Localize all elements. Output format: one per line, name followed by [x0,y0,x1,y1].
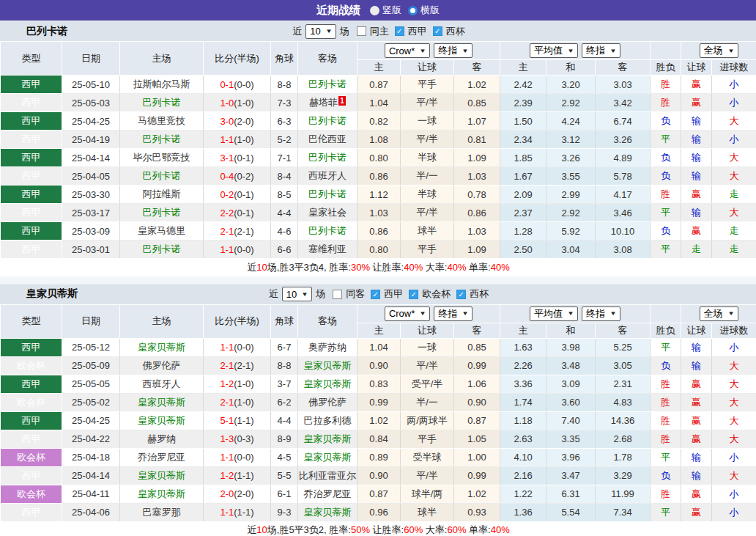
league-checkbox-label[interactable]: 西甲 [408,25,427,38]
corners-cell: 6-1 [271,485,298,503]
date-cell: 25-04-05 [62,167,120,186]
col-home: 主场 [120,42,204,76]
fulltime-score: 5-1 [220,415,234,426]
handicap-home-odds: 0.86 [357,167,401,186]
handicap-home-odds: 0.87 [357,485,401,503]
result-cell: 平 [651,204,681,222]
league-cell: 西甲 [1,503,62,521]
fulltime-select[interactable]: 全场▼ [700,43,738,58]
match-row: 西甲25-05-10拉斯帕尔马斯0-1(0-0)8-8巴列卡诺0.87平手1.0… [1,76,756,94]
league-checkbox-label[interactable]: 西杯 [470,287,489,301]
radio-off-icon[interactable] [370,6,379,15]
col-result: 胜负 [651,323,681,338]
handicap-line: 一球 [401,338,454,356]
avg-draw-odds: 2.92 [546,204,596,222]
avg-home-odds: 2.37 [500,204,546,222]
away-team-name: 皇家社会 [308,207,346,218]
near-count-select[interactable]: 10▼ [282,287,312,301]
corners-cell: 4-6 [271,222,298,241]
radio-vertical[interactable]: 竖版 [370,4,401,17]
date-cell: 25-05-10 [62,76,120,94]
avg-away-odds: 7.34 [596,503,651,521]
avg-draw-odds: 3.47 [546,466,596,485]
col-handicap-away: 客 [454,60,500,76]
final-odds-select-2[interactable]: 终指▼ [582,43,620,58]
away-team: 赫塔菲1 [298,94,357,112]
away-team: 巴列卡诺 [298,186,357,204]
fulltime-select[interactable]: 全场▼ [700,306,738,321]
final-odds-select[interactable]: 终指▼ [434,43,472,58]
average-select[interactable]: 平均值▼ [530,43,578,58]
score-cell: 3-0(2-0) [204,112,271,131]
same-side-checkbox[interactable] [333,290,342,299]
radio-vertical-label[interactable]: 竖版 [382,4,401,17]
chevron-down-icon: ▼ [420,48,427,54]
match-row: 西甲25-05-03巴列卡诺1-0(1-0)7-3赫塔菲11.04平/半0.85… [1,94,756,112]
match-row: 欧会杯25-05-09佛罗伦萨2-1(2-1)8-8皇家贝蒂斯0.90平/半0.… [1,356,756,375]
same-side-label[interactable]: 同主 [370,25,389,38]
avg-draw-odds: 7.40 [546,411,596,430]
match-row: 西甲25-03-01巴列卡诺1-1(0-0)6-6塞维利亚0.80平手1.092… [1,241,756,259]
handicap-result-cell: 赢 [681,375,712,393]
league-checkbox-西甲[interactable]: ✓ [371,290,380,299]
same-side-checkbox[interactable] [357,26,366,36]
match-row: 西甲25-05-05西班牙人1-2(1-0)3-7皇家贝蒂斯0.83受平/半1.… [1,375,756,393]
goals-result-cell: 走 [712,222,756,241]
avg-away-odds: 5.25 [596,338,651,356]
handicap-result-cell: 赢 [681,76,712,94]
avg-away-odds: 6.74 [596,112,651,131]
league-checkbox-西杯[interactable]: ✓ [433,26,442,36]
league-cell: 西甲 [1,112,62,131]
near-count-select[interactable]: 10▼ [305,24,336,39]
date-cell: 25-05-05 [62,375,120,393]
halftime-score: (1-0) [234,397,253,408]
odds-company-select[interactable]: Crow*▼ [385,306,430,321]
page-title: 近期战绩 [316,4,360,18]
handicap-result-cell: 赢 [681,485,712,503]
section-divider [0,276,756,284]
handicap-odds-group: Crow*▼ 终指▼ [357,304,500,323]
league-checkbox-西杯[interactable]: ✓ [456,290,466,299]
league-checkbox-label[interactable]: 西甲 [384,287,403,301]
score-cell: 1-1(0-0) [204,448,271,466]
score-cell: 5-1(1-1) [204,411,271,430]
average-select[interactable]: 平均值▼ [530,306,578,321]
final-odds-select[interactable]: 终指▼ [434,306,472,321]
date-cell: 25-04-14 [62,466,120,485]
same-side-label[interactable]: 同客 [346,287,365,301]
col-avg-home: 主 [500,323,546,338]
radio-horizontal-label[interactable]: 横版 [420,4,440,17]
radio-on-icon[interactable] [408,6,418,15]
date-cell: 25-03-09 [62,222,120,241]
league-checkbox-西甲[interactable]: ✓ [395,26,404,36]
league-checkbox-label[interactable]: 欧会杯 [422,287,451,301]
handicap-result-cell: 赢 [681,94,712,112]
goals-result-cell: 大 [712,430,756,448]
away-team-name: 西班牙人 [308,170,346,181]
halftime-score: (2-1) [234,226,253,237]
handicap-line: 平/半 [401,356,454,375]
home-team: 毕尔巴鄂竞技 [120,149,204,167]
league-checkbox-label[interactable]: 西杯 [446,25,465,38]
score-cell: 3-1(0-1) [204,149,271,167]
league-cell: 西甲 [1,76,62,94]
col-corners: 角球 [271,42,298,76]
col-handicap-away: 客 [454,323,500,338]
away-team: 皇家贝蒂斯 [298,356,357,375]
odds-company-select[interactable]: Crow*▼ [385,43,430,58]
league-checkbox-欧会杯[interactable]: ✓ [409,290,418,299]
radio-horizontal[interactable]: 横版 [408,4,440,17]
handicap-away-odds: 0.87 [454,411,500,430]
avg-draw-odds: 3.20 [546,76,596,94]
result-cell: 胜 [651,76,681,94]
handicap-home-odds: 0.80 [357,241,401,259]
final-odds-select-2[interactable]: 终指▼ [582,306,620,321]
handicap-line: 球半 [401,503,454,521]
handicap-home-odds: 1.12 [357,186,401,204]
col-handicap-line: 让球 [401,323,454,338]
avg-home-odds: 1.36 [500,503,546,521]
corners-cell: 7-1 [271,149,298,167]
match-row: 西甲25-03-30阿拉维斯0-2(0-1)8-5巴列卡诺1.12半球0.782… [1,186,756,204]
handicap-line: 球半 [401,222,454,241]
goals-result-cell: 小 [712,338,756,356]
